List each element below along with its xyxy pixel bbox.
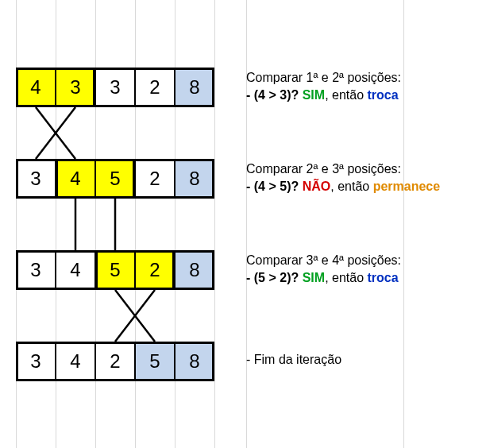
caption-line2: - (5 > 2)? SIM, então troca (246, 269, 483, 287)
array-cell: 8 (175, 250, 214, 290)
comparison-answer: NÃO (303, 180, 331, 193)
array-row: 34258 (16, 342, 214, 381)
array-cell: 4 (16, 68, 56, 107)
array-cell: 3 (16, 342, 56, 381)
swap-arrow-icon (16, 107, 214, 159)
array-cell: 3 (16, 250, 56, 290)
array-cell: 4 (56, 342, 95, 381)
comparison-answer: SIM (303, 88, 325, 102)
step-caption: Comparar 1ª e 2ª posições:- (4 > 3)? SIM… (246, 69, 483, 103)
array-cell: 5 (95, 250, 135, 290)
step-caption: Comparar 3ª e 4ª posições:- (5 > 2)? SIM… (246, 252, 483, 286)
array-cell: 5 (95, 159, 135, 199)
array-cell: 3 (56, 68, 95, 107)
caption-mid: , então (330, 180, 372, 193)
array-cell: 2 (95, 342, 135, 381)
comparison-answer: SIM (303, 271, 325, 284)
caption-mid: , então (325, 271, 367, 284)
array-cell: 2 (135, 68, 175, 107)
comparison-question: - (5 > 2)? (246, 271, 303, 284)
straight-arrow-icon (16, 199, 214, 250)
caption-line1: Comparar 3ª e 4ª posições: (246, 252, 483, 269)
grid-line (246, 0, 247, 448)
array-cell: 5 (135, 342, 175, 381)
array-cell: 4 (56, 250, 95, 290)
array-cell: 2 (135, 159, 175, 199)
comparison-action: troca (368, 88, 399, 102)
swap-arrow-icon (16, 290, 214, 342)
step-caption: Comparar 2ª e 3ª posições:- (4 > 5)? NÃO… (246, 160, 483, 195)
final-caption: - Fim da iteração (246, 353, 341, 367)
caption-mid: , então (325, 88, 367, 102)
bubble-sort-diagram: 43328Comparar 1ª e 2ª posições:- (4 > 3)… (0, 0, 486, 448)
array-cell: 3 (95, 68, 135, 107)
comparison-question: - (4 > 3)? (246, 88, 303, 102)
caption-line1: Comparar 1ª e 2ª posições: (246, 69, 483, 87)
comparison-action: permanece (373, 180, 441, 193)
array-cell: 3 (16, 159, 56, 199)
comparison-action: troca (368, 271, 399, 284)
caption-line2: - (4 > 3)? SIM, então troca (246, 87, 483, 104)
array-cell: 4 (56, 159, 95, 199)
array-row: 43328 (16, 68, 214, 107)
array-cell: 2 (135, 250, 175, 290)
comparison-question: - (4 > 5)? (246, 180, 303, 193)
array-cell: 8 (175, 68, 214, 107)
caption-line2: - (4 > 5)? NÃO, então permanece (246, 178, 483, 195)
array-cell: 8 (175, 342, 214, 381)
array-cell: 8 (175, 159, 214, 199)
caption-line1: Comparar 2ª e 3ª posições: (246, 160, 483, 178)
array-row: 34528 (16, 250, 214, 290)
grid-line (403, 0, 404, 448)
grid-line (214, 0, 215, 448)
array-row: 34528 (16, 159, 214, 199)
